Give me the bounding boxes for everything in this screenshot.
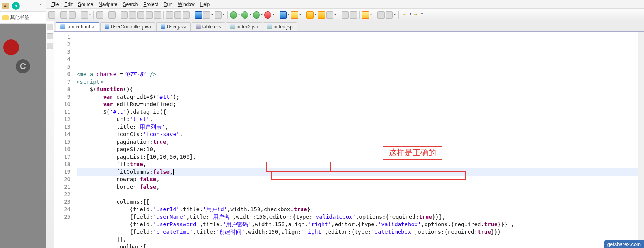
menu-navigate[interactable]: Navigate bbox=[96, 1, 119, 8]
select-ws-button[interactable] bbox=[203, 11, 210, 19]
stop-button[interactable] bbox=[146, 11, 153, 19]
open-project-button[interactable] bbox=[306, 11, 314, 19]
tab-index-jsp[interactable]: index.jsp bbox=[263, 22, 297, 31]
nav-forward-button[interactable] bbox=[413, 11, 420, 19]
menu-source[interactable]: Source bbox=[76, 1, 95, 8]
code-line-8[interactable]: title:'用户列表', bbox=[77, 123, 638, 131]
file-jsp-icon bbox=[230, 24, 235, 29]
bookmark-bar: 其他书签 bbox=[0, 12, 46, 24]
code-line-21[interactable]: {field:'userPassword',title:'用户密码',width… bbox=[77, 221, 638, 228]
gutter-snippets-icon[interactable] bbox=[47, 43, 53, 49]
skip-button[interactable] bbox=[121, 11, 128, 19]
tab-table-css[interactable]: table.css bbox=[192, 22, 225, 31]
save-all-button[interactable] bbox=[69, 11, 76, 19]
step-into-button[interactable] bbox=[166, 11, 173, 19]
toggle-button[interactable] bbox=[96, 11, 103, 19]
nav-back-button[interactable] bbox=[401, 11, 408, 19]
editor-main-row: center.html✕UserController.javaUser.java… bbox=[46, 21, 644, 248]
folder-icon bbox=[2, 15, 9, 20]
gutter-projects-icon[interactable] bbox=[47, 24, 53, 30]
build-button[interactable] bbox=[81, 11, 88, 19]
red-circle-icon[interactable] bbox=[3, 39, 19, 55]
code-editor[interactable]: 1234567891011121314151617181920212223242… bbox=[54, 32, 644, 248]
cursor-button[interactable] bbox=[108, 11, 116, 19]
menu-edit[interactable]: Edit bbox=[62, 1, 75, 8]
debug-button[interactable] bbox=[230, 11, 237, 19]
bookmark-label[interactable]: 其他书签 bbox=[10, 14, 29, 21]
coverage-button[interactable] bbox=[253, 11, 260, 19]
new-wizard-button[interactable] bbox=[215, 11, 222, 19]
file-html-icon bbox=[60, 24, 65, 29]
menu-search[interactable]: Search bbox=[120, 1, 140, 8]
code-line-7[interactable]: url:'list', bbox=[77, 116, 638, 123]
pause-button[interactable] bbox=[137, 11, 144, 19]
grey-circle-icon[interactable]: C bbox=[16, 59, 30, 73]
link-button[interactable] bbox=[386, 11, 393, 19]
code-line-13[interactable]: fit:true, bbox=[77, 161, 638, 168]
code-line-24[interactable]: toolbar:[ bbox=[77, 243, 638, 248]
code-line-5[interactable]: var editRow=undefined; bbox=[77, 101, 638, 108]
avatar[interactable]: h bbox=[12, 2, 20, 10]
code-line-18[interactable]: columns:[[ bbox=[77, 198, 638, 206]
code-line-9[interactable]: iconCls:'icon-save', bbox=[77, 131, 638, 138]
tab-User-java[interactable]: User.java bbox=[156, 22, 191, 31]
code-line-20[interactable]: {field:'userName',title:'用户名',width:150,… bbox=[77, 213, 638, 221]
file-java-icon bbox=[161, 24, 165, 29]
pin-button[interactable] bbox=[342, 11, 349, 19]
code-line-3[interactable]: $(function(){ bbox=[77, 86, 638, 93]
menu-run[interactable]: Run bbox=[161, 1, 175, 8]
browser-top-bar: ≡ h ⋮ bbox=[0, 0, 46, 12]
code-line-23[interactable]: ]], bbox=[77, 236, 638, 243]
search-button[interactable] bbox=[326, 11, 333, 19]
menu-help[interactable]: Help bbox=[198, 1, 213, 8]
code-content[interactable]: 这样是正确的 <meta charset="UTF-8" /><script> … bbox=[74, 32, 638, 248]
code-line-10[interactable]: pagination:true, bbox=[77, 138, 638, 146]
tab-UserController-java[interactable]: UserController.java bbox=[100, 22, 155, 31]
code-line-22[interactable]: {field:'createTime',title:'创建时间',width:1… bbox=[77, 228, 638, 236]
tasks-button[interactable] bbox=[350, 11, 357, 19]
tab-label: index2.jsp bbox=[237, 24, 258, 30]
code-line-2[interactable]: <script> bbox=[77, 78, 638, 86]
code-line-6[interactable]: $('#tt').datagrid({ bbox=[77, 108, 638, 116]
code-line-15[interactable]: nowrap:false, bbox=[77, 176, 638, 183]
line-numbers: 1234567891011121314151617181920212223242… bbox=[54, 32, 74, 248]
watermark: getsharex.com bbox=[604, 240, 644, 248]
tab-label: User.java bbox=[167, 24, 187, 30]
gutter-outline-icon[interactable] bbox=[47, 33, 53, 39]
vertical-scrollbar[interactable] bbox=[638, 32, 644, 248]
step-return-button[interactable] bbox=[183, 11, 190, 19]
code-line-1[interactable]: <meta charset="UTF-8" /> bbox=[77, 71, 638, 78]
step-over-button[interactable] bbox=[174, 11, 181, 19]
code-line-17[interactable] bbox=[77, 191, 638, 198]
menu-file[interactable]: File bbox=[49, 1, 61, 8]
browser-menu-icon[interactable]: ⋮ bbox=[38, 3, 43, 9]
save-button[interactable] bbox=[60, 11, 67, 19]
extension-icon[interactable]: ≡ bbox=[2, 3, 9, 9]
terminate-relaunch-button[interactable] bbox=[264, 11, 271, 19]
disconnect-button[interactable] bbox=[154, 11, 161, 19]
tab-index2-jsp[interactable]: index2.jsp bbox=[226, 22, 262, 31]
code-line-14[interactable]: fitColumns:false, bbox=[77, 168, 638, 176]
open-type-button[interactable] bbox=[195, 11, 202, 19]
open-folder-button[interactable] bbox=[318, 11, 325, 19]
tab-center-html[interactable]: center.html✕ bbox=[56, 22, 99, 31]
tab-label: table.css bbox=[202, 24, 221, 30]
refresh-button[interactable] bbox=[377, 11, 385, 19]
new-button[interactable] bbox=[48, 11, 55, 19]
browser-lower-panel: C bbox=[0, 24, 46, 248]
code-line-16[interactable]: border:false, bbox=[77, 183, 638, 191]
code-line-19[interactable]: {field:'userId',title:'用户id',width:150,c… bbox=[77, 206, 638, 213]
new-java-button[interactable] bbox=[291, 11, 298, 19]
tab-label: index.jsp bbox=[274, 24, 292, 30]
close-icon[interactable]: ✕ bbox=[91, 24, 95, 30]
code-line-4[interactable]: var datagrid1=$('#tt'); bbox=[77, 93, 638, 101]
menu-project[interactable]: Project bbox=[141, 1, 161, 8]
run-external-button[interactable] bbox=[280, 11, 287, 19]
menu-window[interactable]: Window bbox=[175, 1, 197, 8]
resume-button[interactable] bbox=[129, 11, 136, 19]
run-button[interactable] bbox=[241, 11, 248, 19]
code-line-11[interactable]: pageSize:10, bbox=[77, 146, 638, 153]
code-line-12[interactable]: pageList:[10,20,50,100], bbox=[77, 153, 638, 161]
annotation-button[interactable] bbox=[362, 11, 369, 19]
main-toolbar bbox=[46, 9, 644, 21]
